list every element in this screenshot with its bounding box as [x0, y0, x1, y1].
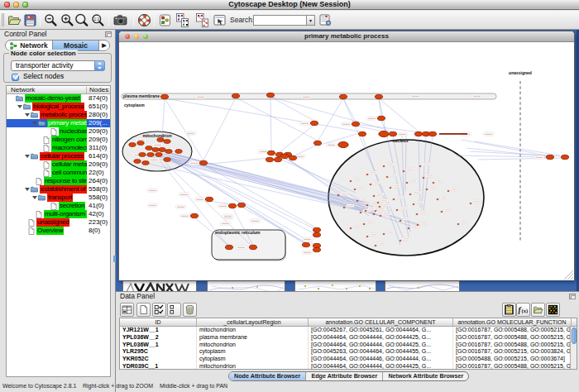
tree-row[interactable]: Overview8(0) [7, 227, 110, 235]
help-lifesaver-icon[interactable] [136, 12, 152, 28]
zoom-fit-icon[interactable] [74, 12, 89, 28]
tab-network-attribute-browser[interactable]: Network Attribute Browser [382, 372, 468, 380]
graph-node-tiny[interactable] [356, 200, 358, 202]
graph-node-tiny[interactable] [390, 187, 391, 189]
graph-node-tiny[interactable] [370, 184, 371, 185]
graph-node[interactable] [164, 158, 170, 162]
table-cell[interactable]: YPL036W__1 [120, 342, 197, 349]
table-row[interactable]: YLR295Ccytoplasm[GO:0045263, GO:0044464,… [120, 348, 577, 356]
graph-node[interactable] [289, 155, 296, 160]
table-cell[interactable]: [GO:0044464, GO:0044444, GO:0044425, G..… [309, 363, 453, 370]
zoom-out-icon[interactable] [43, 12, 59, 28]
graph-node[interactable] [302, 242, 309, 246]
graph-node[interactable] [266, 157, 273, 161]
snapshot-camera-icon[interactable] [112, 12, 128, 28]
graph-node[interactable] [266, 93, 274, 97]
graph-node[interactable] [313, 243, 320, 247]
graph-node[interactable] [414, 131, 422, 136]
unselect-attributes-icon[interactable] [167, 303, 181, 317]
expand-triangle-icon[interactable] [17, 105, 22, 108]
graph-node[interactable] [146, 146, 152, 151]
graph-node[interactable] [159, 148, 165, 152]
graph-node[interactable] [313, 247, 320, 251]
minimize-window-icon[interactable] [13, 2, 19, 7]
graph-node-tiny[interactable] [343, 207, 345, 208]
graph-node[interactable] [134, 160, 141, 164]
table-cell[interactable]: mitochondrion [197, 327, 309, 334]
graph-node[interactable] [352, 122, 359, 126]
minimize-view-icon[interactable] [134, 34, 139, 39]
delete-attribute-icon[interactable] [183, 303, 197, 317]
tree-row[interactable]: response to stimul264(0) [7, 177, 110, 185]
graph-node[interactable] [129, 143, 136, 147]
table-cell[interactable]: plasma membrane [197, 334, 309, 342]
tree-row-label[interactable]: biological_process [32, 103, 84, 111]
node-color-dropdown[interactable]: transporter activity [11, 60, 105, 71]
table-cell[interactable]: YKR052C [120, 356, 197, 363]
import-attributes-icon[interactable] [194, 12, 210, 28]
graph-node-tiny[interactable] [416, 213, 418, 215]
table-cell[interactable]: [GO:0045267, GO:0045261, GO:0044464, G..… [309, 327, 453, 334]
graph-node-tiny[interactable] [383, 165, 385, 167]
table-cell[interactable]: YJR121W__1 [120, 327, 197, 334]
graph-node-tiny[interactable] [423, 177, 424, 179]
float-panel-icon[interactable] [105, 31, 112, 37]
table-scrollbar-thumb[interactable] [572, 327, 577, 344]
graph-node-tiny[interactable] [337, 194, 339, 196]
graph-node[interactable] [338, 141, 348, 147]
graph-node[interactable] [546, 155, 553, 159]
background-window[interactable] [385, 280, 460, 291]
network-view-window[interactable]: primary metabolic process plasma membran… [118, 31, 575, 280]
tab-node-attribute-browser[interactable]: Node Attribute Browser [229, 372, 305, 380]
table-cell[interactable]: [GO:0016787, GO:0005488, GO:0005215, G..… [453, 363, 572, 370]
graph-node-tiny[interactable] [470, 203, 471, 204]
dropdown-stepper-icon[interactable] [94, 60, 105, 71]
graph-node-tiny[interactable] [419, 165, 421, 167]
graph-node-tiny[interactable] [373, 195, 375, 197]
tree-row[interactable]: primary metabo209(... [7, 119, 110, 127]
graph-node[interactable] [199, 160, 207, 165]
graph-node[interactable] [156, 153, 162, 157]
graph-node-tiny[interactable] [417, 224, 419, 226]
table-cell[interactable]: YPL036W__2 [120, 334, 197, 342]
tree-row[interactable]: transport558(0) [7, 194, 110, 202]
graph-node[interactable] [428, 131, 436, 136]
zoom-view-icon[interactable] [143, 34, 148, 39]
table-cell[interactable]: [GO:0044464, GO:0044444, GO:0044425, G..… [309, 342, 453, 349]
search-input[interactable] [253, 15, 306, 26]
graph-node[interactable] [157, 138, 164, 142]
tree-row[interactable]: mosaic-demo-yeast874(0) [7, 94, 110, 103]
tree-row-label[interactable]: cellular process [40, 152, 84, 160]
graph-node[interactable] [175, 150, 182, 154]
graph-node[interactable] [205, 197, 213, 201]
graph-node-tiny[interactable] [408, 227, 409, 229]
import-table-icon[interactable] [531, 303, 545, 317]
background-window[interactable] [294, 280, 376, 291]
graph-node[interactable] [310, 121, 318, 125]
graph-node-tiny[interactable] [433, 182, 434, 184]
graph-node[interactable] [313, 232, 320, 237]
tree-row-label[interactable]: metabolic process [40, 111, 91, 119]
graph-node-tiny[interactable] [396, 209, 398, 211]
graph-node-tiny[interactable] [447, 190, 449, 192]
graph-node[interactable] [232, 93, 239, 98]
graph-node[interactable] [147, 153, 154, 157]
search-options-icon[interactable] [318, 12, 333, 28]
float-panel-icon[interactable] [569, 294, 576, 299]
table-cell[interactable]: [GO:0045263, GO:0044464, GO:0044455, G..… [309, 348, 453, 356]
graph-node[interactable] [358, 131, 366, 136]
attribute-table-header[interactable]: ID_cellularLayoutRegionannotation.GO CEL… [120, 318, 577, 327]
graph-node-tiny[interactable] [365, 210, 366, 212]
network-canvas[interactable]: plasma membranecytoplasmmitochondrionnuc… [119, 42, 574, 280]
graph-node-tiny[interactable] [393, 198, 395, 200]
toolbar-grip[interactable] [2, 13, 4, 26]
graph-node-tiny[interactable] [400, 220, 401, 222]
graph-node-tiny[interactable] [403, 170, 404, 172]
table-column-header[interactable]: ID [120, 318, 197, 326]
tree-row[interactable]: establishment of lo558(0) [7, 185, 110, 194]
zoom-window-icon[interactable] [22, 2, 28, 7]
tree-row[interactable]: unassigned223(0) [7, 218, 110, 227]
table-column-header[interactable]: annotation.GO MOLECULAR_FUNCTION [453, 318, 572, 326]
graph-node-tiny[interactable] [441, 211, 443, 213]
tab-overflow-arrow-icon[interactable]: ▶ [99, 41, 109, 50]
